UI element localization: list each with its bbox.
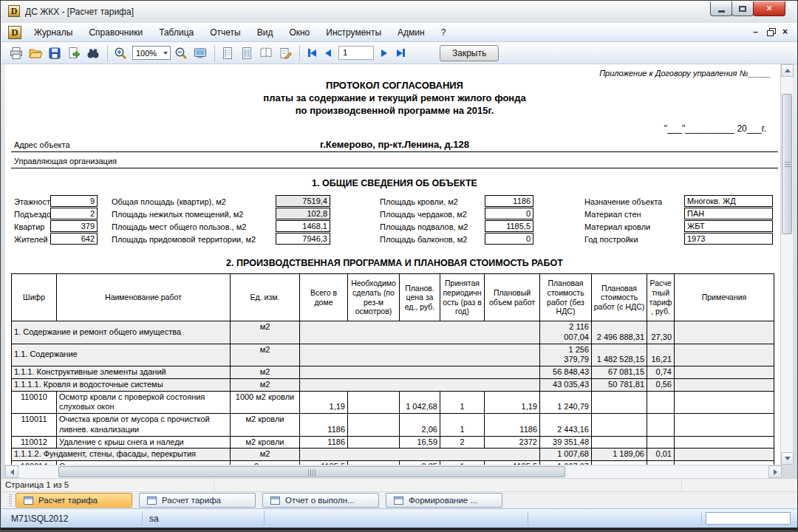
binoculars-icon bbox=[86, 46, 100, 61]
window-tab-3[interactable]: Формирование ... bbox=[386, 493, 502, 508]
columns-icon bbox=[239, 46, 254, 61]
title-line: по производсвенной программе на 2015г. bbox=[11, 104, 778, 117]
zoom-in-button[interactable] bbox=[112, 44, 129, 62]
find-button[interactable] bbox=[84, 44, 102, 62]
columns-view-button[interactable] bbox=[238, 44, 256, 62]
document-title: ПРОТОКОЛ СОГЛАСОВАНИЯ платы за содержани… bbox=[11, 79, 778, 117]
last-page-icon bbox=[397, 50, 403, 57]
mdi-minimize-icon[interactable]: – bbox=[753, 27, 758, 37]
window-tab-1[interactable]: Расчет тарифа bbox=[139, 493, 256, 508]
fit-screen-button[interactable] bbox=[191, 44, 209, 62]
window-tab-label: Формирование ... bbox=[409, 496, 477, 505]
minimize-button[interactable] bbox=[710, 1, 732, 16]
scroll-right-button[interactable] bbox=[768, 466, 782, 478]
vertical-scrollbar[interactable] bbox=[780, 64, 793, 465]
last-page-button[interactable] bbox=[392, 45, 409, 61]
export-button[interactable] bbox=[65, 44, 83, 62]
scroll-down-button[interactable] bbox=[781, 452, 794, 465]
mdi-child-icon[interactable]: D bbox=[8, 26, 21, 39]
info-field-value: 1973 bbox=[684, 233, 773, 245]
info-field: Подъездов2 bbox=[14, 208, 98, 220]
page-layout-button[interactable] bbox=[219, 44, 236, 62]
close-report-button[interactable]: Закрыть bbox=[440, 45, 499, 61]
server-name: M71\SQL2012 bbox=[11, 514, 68, 524]
table-body: 1. Содержание и ремонт общего имуществам… bbox=[12, 321, 774, 466]
cell-unit: м2 кровли bbox=[231, 436, 300, 449]
menu-item-1[interactable]: Справочники bbox=[81, 24, 151, 41]
page-margins-icon bbox=[220, 46, 235, 61]
cell-tariff: 0,74 bbox=[647, 366, 675, 379]
maximize-icon bbox=[739, 6, 746, 12]
edit-button[interactable] bbox=[276, 44, 294, 62]
menu-item-4[interactable]: Вид bbox=[249, 24, 282, 41]
cell-work-name: Удаление с крыш снега и наледи bbox=[57, 436, 231, 449]
window-tab-0[interactable]: Расчет тарифа bbox=[16, 493, 132, 508]
info-field-value: 102,8 bbox=[276, 208, 330, 219]
tabbar-grip[interactable] bbox=[9, 494, 12, 506]
arrow-right-icon bbox=[774, 469, 777, 475]
table-header-cell: Плановая стоимость работ (без НДС) bbox=[540, 274, 592, 321]
menu-item-0[interactable]: Журналы bbox=[26, 24, 81, 41]
preview-button[interactable] bbox=[257, 44, 275, 62]
page-number-input[interactable]: 1 bbox=[338, 46, 374, 60]
prev-page-button[interactable] bbox=[320, 45, 336, 61]
object-info-grid: Этажность9Подъездов2Квартир379Жителей642… bbox=[11, 195, 778, 248]
info-field: Площадь подвалов, м21185,5 bbox=[380, 220, 533, 233]
close-button[interactable]: ✕ bbox=[753, 1, 785, 16]
cell-unit: м2 кровли bbox=[231, 414, 300, 437]
info-field: Год постройки1973 bbox=[584, 233, 773, 245]
info-field-label: Площадь придомовой территории, м2 bbox=[112, 235, 276, 244]
mdi-close-icon[interactable]: × bbox=[782, 27, 788, 37]
cell-periodicity: 1 bbox=[440, 414, 485, 437]
table-row: 1.1.1. Конструктивные элементы зданийм25… bbox=[12, 366, 774, 379]
maximize-button[interactable] bbox=[732, 1, 754, 16]
cell-cost-vat bbox=[592, 414, 647, 437]
horizontal-scroll-thumb[interactable] bbox=[58, 466, 565, 477]
info-field-value: 0 bbox=[485, 233, 533, 245]
menu-items: ЖурналыСправочникиТаблицаОтчетыВидОкноИн… bbox=[26, 24, 454, 41]
menu-item-5[interactable]: Окно bbox=[281, 24, 318, 41]
table-row: 1.1.1.2. Фундамент, стены, фасады, перек… bbox=[12, 449, 774, 461]
scroll-left-button[interactable] bbox=[5, 466, 18, 478]
cell-unit: 1000 м2 кровли bbox=[231, 391, 300, 414]
save-button[interactable] bbox=[46, 44, 64, 62]
mdi-restore-icon[interactable] bbox=[767, 30, 774, 36]
cell-total-in-house: 1,19 bbox=[300, 391, 348, 414]
zoom-out-button[interactable] bbox=[172, 44, 190, 62]
scroll-up-button[interactable] bbox=[781, 64, 794, 77]
info-field-value: 1468,1 bbox=[276, 220, 330, 232]
print-button[interactable] bbox=[7, 44, 25, 62]
book-icon bbox=[259, 46, 273, 61]
cell-cost-vat: 67 081,15 bbox=[592, 366, 647, 379]
menu-item-7[interactable]: Админ bbox=[389, 24, 433, 41]
cell-cost-no-vat: 39 351,48 bbox=[540, 436, 592, 449]
date-line: "___"__________ 20___г. bbox=[11, 123, 778, 134]
zoom-combo[interactable]: 100% bbox=[132, 46, 171, 60]
vertical-scroll-thumb[interactable] bbox=[782, 94, 792, 234]
window-tab-2[interactable]: Отчет о выполн... bbox=[262, 493, 379, 508]
horizontal-scrollbar[interactable] bbox=[5, 465, 782, 478]
menu-item-6[interactable]: Инструменты bbox=[318, 24, 389, 41]
cell-cost-vat bbox=[592, 391, 647, 414]
edit-page-icon bbox=[278, 46, 293, 61]
cell-price: 16,59 bbox=[400, 436, 440, 449]
cell-need-to-do bbox=[348, 414, 400, 437]
first-page-button[interactable] bbox=[304, 45, 320, 61]
menu-item-2[interactable]: Таблица bbox=[151, 24, 202, 41]
open-button[interactable] bbox=[27, 44, 44, 62]
toolbar-separator bbox=[107, 45, 108, 61]
info-field-label: Площадь мест общего пользов., м2 bbox=[112, 222, 276, 231]
info-field-value: 9 bbox=[50, 195, 98, 207]
table-row: 1.1.1.1. Кровля и водосточные системым24… bbox=[12, 378, 774, 391]
menu-item-3[interactable]: Отчеты bbox=[202, 24, 248, 41]
titlebar: D ДС ЖКХ - [Расчет тарифа] ✕ bbox=[1, 1, 798, 23]
info-field-value: Многокв. ЖД bbox=[684, 195, 773, 207]
menu-item-8[interactable]: ? bbox=[433, 24, 454, 41]
cell-tariff: 0,01 bbox=[647, 449, 675, 461]
next-page-button[interactable] bbox=[376, 45, 392, 61]
first-page-icon bbox=[310, 50, 316, 57]
cell-notes bbox=[675, 414, 774, 437]
window-icon bbox=[270, 497, 280, 505]
cell-tariff bbox=[647, 436, 675, 449]
statusbar-separator bbox=[701, 511, 702, 525]
